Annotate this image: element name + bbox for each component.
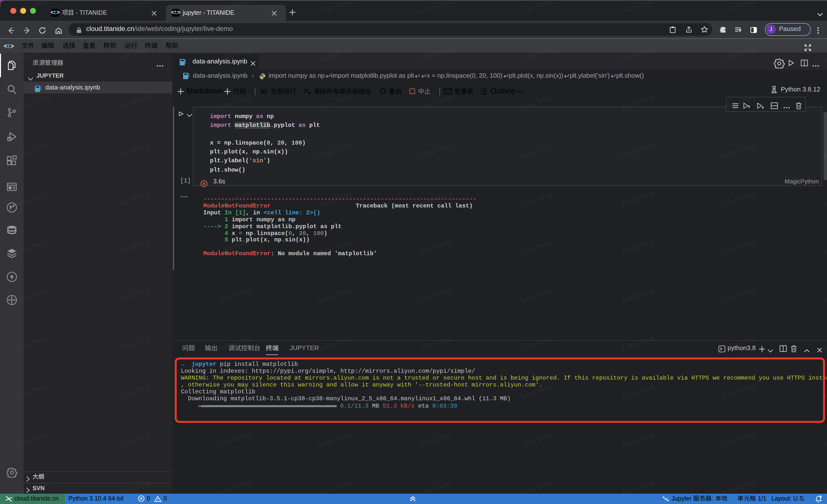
svg-text:(x): (x) — [445, 90, 449, 94]
